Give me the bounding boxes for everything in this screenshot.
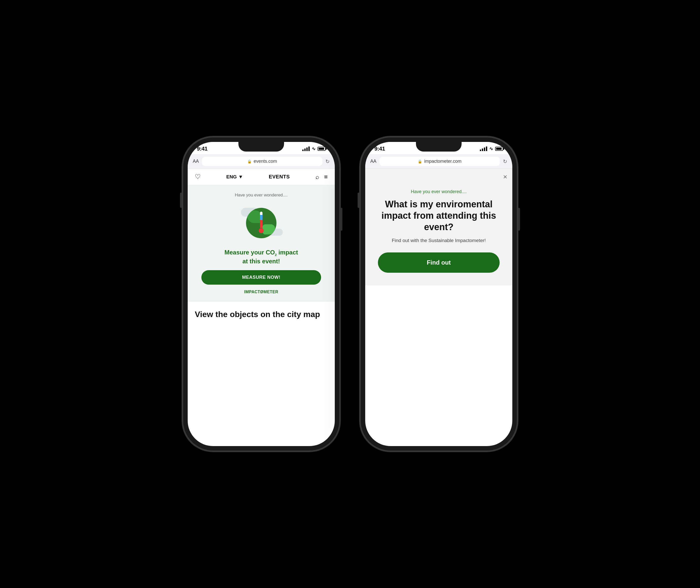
url-text-right: impactometer.com (424, 159, 461, 164)
bottom-section: View the objects on the city map (188, 302, 335, 327)
url-bar-left[interactable]: 🔒 events.com (202, 157, 322, 166)
nav-bar: ♡ ENG ▼ EVENTS ⌕ ≡ (188, 169, 335, 185)
battery-icon (317, 147, 325, 151)
wifi-icon-right: ∿ (489, 146, 493, 152)
lock-icon-left: 🔒 (247, 159, 251, 163)
modal-body: Have you ever wondered.... What is my en… (370, 174, 507, 280)
browser-aa-left[interactable]: AA (193, 159, 199, 164)
events-label: EVENTS (269, 174, 290, 180)
nav-icons: ⌕ ≡ (315, 173, 328, 180)
right-phone: 9:41 ∿ AA 🔒 impactometer.com (360, 137, 517, 451)
close-button[interactable]: × (503, 173, 507, 181)
url-text-left: events.com (254, 159, 277, 164)
lock-icon-right: 🔒 (418, 159, 422, 163)
time-right: 9:41 (375, 145, 385, 152)
heart-icon[interactable]: ♡ (195, 173, 201, 181)
menu-icon[interactable]: ≡ (324, 173, 328, 180)
measure-button[interactable]: MEASURE NOW! (201, 270, 321, 285)
status-icons-right: ∿ (480, 146, 503, 152)
browser-bar-left[interactable]: AA 🔒 events.com ↻ (188, 154, 335, 169)
modal-subtext: Have you ever wondered.... (378, 189, 500, 194)
lang-arrow: ▼ (238, 174, 243, 180)
time-left: 9:41 (197, 145, 207, 152)
search-icon[interactable]: ⌕ (315, 173, 319, 180)
modal-title: What is my enviromental impact from atte… (378, 198, 500, 233)
browser-bar-right[interactable]: AA 🔒 impactometer.com ↻ (365, 154, 512, 169)
language-selector[interactable]: ENG ▼ (226, 174, 243, 180)
signal-icon-right (480, 146, 487, 151)
find-out-button[interactable]: Find out (378, 252, 500, 273)
globe-illustration (241, 203, 281, 243)
bottom-title: View the objects on the city map (195, 309, 328, 319)
notch (238, 142, 284, 152)
browser-aa-right[interactable]: AA (370, 159, 377, 164)
left-phone: 9:41 ∿ AA 🔒 events.com ↻ (183, 137, 340, 451)
status-icons-left: ∿ (302, 146, 325, 152)
banner-title: Measure your CO2 impact at this event! (195, 248, 328, 265)
notch-right (416, 142, 462, 152)
thermometer-icon (258, 212, 264, 234)
signal-icon (302, 146, 310, 151)
logo-text: IMPACTØMETER (244, 290, 278, 294)
impactometer-logo: IMPACTØMETER (195, 290, 328, 294)
url-bar-right[interactable]: 🔒 impactometer.com (380, 157, 500, 166)
banner-section: Have you ever wondered.... (188, 185, 335, 302)
wifi-icon: ∿ (312, 146, 315, 152)
lang-text: ENG (226, 174, 237, 180)
battery-icon-right (495, 147, 503, 151)
reload-icon-right[interactable]: ↻ (503, 158, 507, 164)
modal-content-area: × Have you ever wondered.... What is my … (365, 169, 512, 285)
banner-subtext: Have you ever wondered.... (195, 193, 328, 198)
modal-description: Find out with the Sustainable Impactomet… (378, 238, 500, 243)
reload-icon-left[interactable]: ↻ (325, 158, 330, 164)
